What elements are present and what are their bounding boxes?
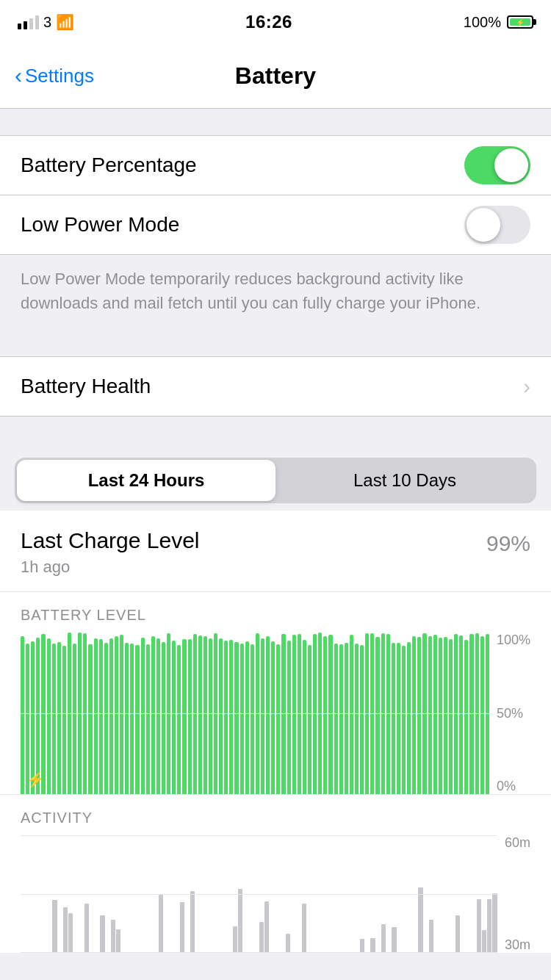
battery-bar (469, 634, 473, 794)
low-power-toggle[interactable] (464, 206, 530, 244)
battery-bar (287, 641, 291, 794)
battery-bar (109, 638, 113, 794)
battery-bar (167, 633, 170, 794)
charge-info: Last Charge Level 1h ago (21, 528, 200, 577)
back-button[interactable]: ‹ Settings (15, 65, 94, 87)
battery-bars (21, 633, 489, 794)
battery-bar (417, 637, 421, 794)
battery-bar (182, 639, 186, 794)
battery-percentage-group: Battery Percentage (0, 135, 551, 195)
activity-y-30m: 30m (505, 937, 530, 953)
activity-chart-label: ACTIVITY (21, 795, 530, 835)
activity-y-labels: 60m 30m (497, 835, 530, 953)
battery-bar (193, 634, 197, 794)
activity-bar (100, 915, 104, 952)
battery-bar (334, 644, 338, 794)
battery-bar (381, 633, 385, 794)
battery-bar (261, 638, 264, 794)
activity-bar (116, 929, 120, 952)
toggle-thumb-low (467, 208, 500, 242)
battery-bar (99, 639, 103, 794)
battery-bar (313, 634, 317, 794)
battery-bar (464, 640, 468, 794)
battery-bar (454, 634, 458, 794)
battery-bar (130, 644, 134, 794)
battery-icon: ⚡ (507, 15, 533, 29)
battery-bar (266, 636, 270, 794)
battery-bar (392, 643, 395, 794)
battery-bar (281, 634, 285, 794)
activity-bars (21, 836, 497, 952)
battery-health-row[interactable]: Battery Health › (0, 357, 551, 416)
activity-bar (259, 922, 264, 952)
battery-bar (323, 636, 327, 794)
activity-bar (360, 939, 364, 952)
battery-bar (375, 637, 379, 794)
battery-bar (397, 643, 400, 794)
battery-health-group: Battery Health › (0, 356, 551, 417)
battery-bar (318, 633, 322, 794)
top-spacer (0, 109, 551, 135)
wifi-icon: 📶 (56, 13, 74, 31)
back-label: Settings (25, 65, 94, 87)
battery-bar (240, 644, 244, 794)
activity-bar (381, 924, 386, 952)
activity-bar (68, 913, 73, 952)
battery-bar (52, 644, 56, 794)
battery-bar (21, 636, 24, 794)
battery-bar (475, 633, 479, 794)
battery-percentage-toggle[interactable] (464, 146, 530, 184)
activity-bar (286, 934, 290, 952)
activity-bar (392, 927, 396, 952)
activity-bar (302, 904, 306, 952)
battery-bar (386, 634, 390, 794)
chevron-left-icon: ‹ (15, 65, 22, 87)
battery-bolt-icon: ⚡ (516, 18, 525, 26)
y-label-100: 100% (497, 633, 530, 648)
activity-bar (238, 889, 242, 952)
battery-bar (449, 639, 453, 794)
activity-chart (21, 835, 497, 953)
battery-bar (339, 644, 343, 794)
battery-bar (444, 637, 447, 794)
battery-bar (271, 641, 275, 794)
activity-bar (492, 893, 497, 952)
battery-bar (198, 635, 202, 794)
toggle-thumb (494, 148, 528, 182)
status-bar: 3 📶 16:26 100% ⚡ (0, 0, 551, 44)
battery-y-labels: 100% 50% 0% (489, 633, 530, 794)
battery-body: ⚡ (507, 15, 533, 29)
page-title: Battery (235, 62, 316, 90)
activity-bar (190, 891, 195, 952)
battery-bar (156, 638, 160, 794)
charge-time-ago: 1h ago (21, 558, 200, 577)
battery-bar (188, 639, 192, 794)
battery-bar (439, 638, 442, 794)
battery-bar (177, 645, 181, 794)
battery-bar (480, 636, 484, 794)
activity-bar (482, 930, 486, 952)
battery-bar (104, 643, 108, 794)
mid-spacer (0, 330, 551, 356)
charge-level-section: Last Charge Level 1h ago 99% (0, 511, 551, 591)
segment-24h-button[interactable]: Last 24 Hours (17, 460, 276, 501)
segment-10d-button[interactable]: Last 10 Days (276, 460, 534, 501)
battery-bar (251, 644, 254, 794)
activity-bar (477, 899, 481, 952)
battery-bar (224, 641, 228, 794)
charge-header: Last Charge Level 1h ago 99% (21, 528, 530, 577)
battery-bar (459, 635, 463, 794)
battery-level-chart-section: BATTERY LEVEL ⚡ 100% 50% 0% (0, 591, 551, 794)
battery-bar (125, 643, 129, 794)
activity-section: ACTIVITY 60m 30m (0, 794, 551, 953)
charge-title: Last Charge Level (21, 528, 200, 553)
activity-y-60m: 60m (505, 835, 530, 851)
activity-chart-wrapper: 60m 30m (21, 835, 530, 953)
activity-bar (63, 907, 68, 952)
battery-bar (83, 633, 87, 794)
battery-bar (276, 644, 280, 794)
segment-control: Last 24 Hours Last 10 Days (15, 458, 536, 503)
navigation-bar: ‹ Settings Battery (0, 44, 551, 109)
battery-bar (422, 633, 426, 794)
activity-bar (233, 926, 237, 952)
